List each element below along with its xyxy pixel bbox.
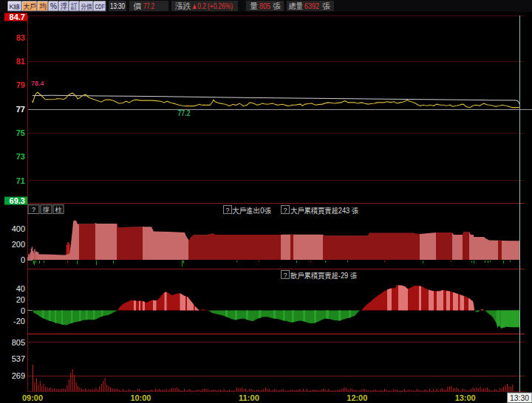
svg-text:大戶進出0張: 大戶進出0張 — [232, 206, 271, 215]
svg-text:81: 81 — [16, 57, 25, 66]
svg-text:訂: 訂 — [71, 2, 78, 10]
svg-text:537: 537 — [12, 354, 25, 363]
svg-text:77.2: 77.2 — [143, 1, 154, 10]
svg-text:84.7: 84.7 — [10, 13, 25, 21]
svg-text:77: 77 — [16, 105, 25, 114]
svg-text:0: 0 — [21, 255, 25, 264]
svg-text:張: 張 — [322, 1, 330, 10]
svg-text:總量: 總量 — [288, 1, 303, 10]
svg-text:40: 40 — [16, 284, 25, 293]
svg-text:▲0.2 (+0.26%): ▲0.2 (+0.26%) — [191, 1, 233, 10]
svg-text:大戶累積買賣超243 張: 大戶累積買賣超243 張 — [290, 206, 358, 215]
svg-text:漲跌: 漲跌 — [175, 1, 191, 10]
svg-text:83: 83 — [16, 33, 25, 42]
svg-text:散戶累積買賣超-29 張: 散戶累積買賣超-29 張 — [290, 271, 357, 280]
svg-text:K線: K線 — [10, 3, 21, 10]
svg-text:?: ? — [32, 206, 35, 213]
svg-text:均: 均 — [40, 2, 47, 10]
svg-text:CDF: CDF — [95, 3, 105, 10]
svg-text:浮: 浮 — [61, 2, 67, 10]
svg-text:?: ? — [225, 207, 229, 214]
svg-text:78.4: 78.4 — [31, 80, 44, 87]
svg-text:400: 400 — [12, 224, 25, 233]
svg-text:大戶: 大戶 — [24, 3, 36, 10]
svg-text:77.2: 77.2 — [178, 109, 191, 117]
svg-text:69.3: 69.3 — [10, 196, 25, 205]
svg-text:79: 79 — [16, 80, 25, 89]
svg-text:09:00: 09:00 — [22, 393, 43, 402]
svg-text:價: 價 — [133, 1, 142, 10]
svg-text:撐: 撐 — [43, 206, 50, 213]
svg-text:13:00: 13:00 — [455, 393, 476, 402]
svg-text:73: 73 — [16, 152, 25, 161]
svg-text:269: 269 — [12, 371, 25, 380]
svg-text:張: 張 — [273, 1, 281, 10]
svg-text:12:00: 12:00 — [347, 393, 367, 402]
svg-text:?: ? — [283, 272, 287, 279]
svg-text:10:00: 10:00 — [130, 393, 151, 402]
svg-text:-20: -20 — [13, 317, 25, 326]
svg-text:13:30: 13:30 — [510, 393, 529, 402]
svg-text:75: 75 — [16, 128, 25, 137]
svg-text:量: 量 — [250, 1, 258, 10]
svg-text:71: 71 — [16, 176, 25, 185]
svg-text:200: 200 — [12, 240, 25, 249]
svg-text:805: 805 — [259, 1, 270, 10]
svg-text:11:00: 11:00 — [239, 393, 259, 402]
svg-text:20: 20 — [16, 295, 25, 304]
svg-text:13:30: 13:30 — [110, 1, 125, 10]
svg-text:%: % — [50, 2, 57, 10]
svg-text:柱: 柱 — [55, 206, 63, 213]
svg-text:?: ? — [283, 207, 287, 214]
svg-text:分價: 分價 — [81, 3, 92, 10]
svg-text:805: 805 — [12, 338, 25, 347]
svg-text:0: 0 — [21, 306, 25, 315]
svg-text:6392: 6392 — [304, 1, 319, 10]
